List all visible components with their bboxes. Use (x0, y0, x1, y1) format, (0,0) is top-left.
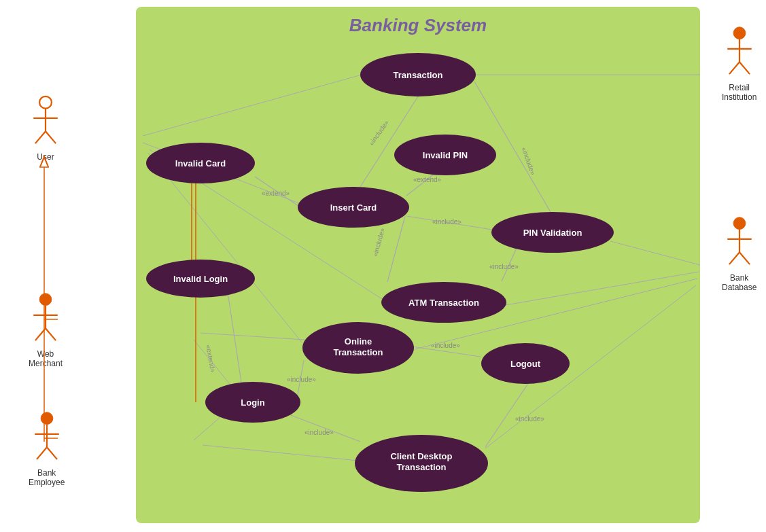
actor-user-label: User (37, 152, 54, 162)
svg-line-25 (143, 143, 300, 204)
svg-text:«include»: «include» (432, 218, 462, 226)
svg-text:Logout: Logout (510, 359, 541, 369)
svg-text:«include»: «include» (304, 429, 334, 436)
svg-text:«include»: «include» (520, 146, 537, 176)
diagram-title: Banking System (136, 7, 700, 36)
actor-user: User (29, 95, 63, 162)
svg-line-8 (474, 82, 551, 212)
svg-line-34 (502, 272, 699, 306)
svg-text:PIN Validation: PIN Validation (523, 228, 582, 238)
svg-text:«extend»: «extend» (262, 190, 290, 197)
svg-line-20 (289, 414, 360, 442)
actor-web-merchant-label: WebMerchant (29, 349, 63, 368)
svg-point-49 (491, 212, 614, 253)
svg-line-12 (387, 216, 405, 282)
svg-text:Login: Login (241, 397, 264, 408)
svg-line-83 (729, 62, 739, 74)
svg-text:Online: Online (345, 336, 372, 347)
svg-text:Client Desktop: Client Desktop (390, 451, 452, 461)
svg-line-89 (739, 252, 750, 264)
diagram-container: Banking System «include» «extend» «exten… (136, 7, 700, 523)
svg-line-22 (485, 383, 529, 447)
svg-text:ATM Transaction: ATM Transaction (408, 298, 479, 308)
svg-marker-38 (188, 160, 195, 169)
svg-point-47 (298, 187, 409, 228)
svg-point-55 (302, 322, 414, 374)
svg-text:«include»: «include» (431, 342, 460, 349)
svg-line-73 (35, 328, 46, 340)
svg-line-36 (485, 285, 696, 448)
svg-line-31 (203, 445, 358, 461)
svg-text:«include»: «include» (368, 118, 391, 147)
svg-point-45 (394, 135, 496, 175)
svg-text:Transaction: Transaction (397, 462, 447, 472)
svg-point-51 (146, 260, 255, 298)
svg-line-88 (729, 252, 739, 264)
actor-bank-employee-label: BankEmployee (29, 468, 65, 487)
svg-text:«include»: «include» (515, 415, 544, 423)
svg-point-43 (146, 143, 255, 183)
svg-line-69 (46, 131, 56, 143)
svg-text:«extend»: «extend» (413, 176, 442, 183)
svg-text:Invalid Login: Invalid Login (173, 274, 228, 284)
svg-line-14 (228, 292, 241, 383)
svg-line-0 (360, 96, 418, 187)
svg-line-26 (150, 149, 382, 299)
svg-text:Transaction: Transaction (334, 347, 383, 357)
svg-line-24 (143, 75, 362, 136)
svg-line-29 (201, 333, 304, 340)
svg-text:Insert Card: Insert Card (330, 202, 377, 213)
svg-line-35 (412, 279, 697, 350)
actor-web-merchant: WebMerchant (29, 292, 63, 368)
svg-line-18 (412, 347, 481, 357)
svg-line-78 (37, 447, 47, 459)
svg-line-28 (194, 340, 238, 394)
svg-point-80 (733, 27, 746, 39)
svg-point-53 (381, 282, 506, 323)
svg-point-75 (41, 412, 53, 425)
svg-line-74 (46, 328, 56, 340)
svg-marker-40 (192, 160, 199, 169)
actor-bank-database-label: BankDatabase (722, 273, 756, 292)
svg-point-60 (205, 382, 300, 423)
svg-line-16 (297, 360, 304, 398)
svg-line-79 (47, 447, 57, 459)
svg-line-2 (255, 177, 300, 207)
svg-text:«include»: «include» (371, 227, 386, 258)
svg-line-68 (35, 131, 46, 143)
svg-text:Transaction: Transaction (394, 70, 443, 80)
svg-point-70 (39, 294, 52, 306)
svg-point-41 (360, 53, 476, 96)
svg-line-84 (739, 62, 750, 74)
svg-point-62 (355, 435, 488, 492)
svg-text:«include»: «include» (287, 376, 316, 383)
svg-line-4 (406, 173, 435, 196)
svg-line-30 (194, 408, 231, 440)
svg-text:Invalid PIN: Invalid PIN (423, 150, 468, 160)
actor-retail-institution: RetailInstitution (722, 26, 756, 102)
svg-point-65 (39, 96, 52, 109)
svg-text:«extend»: «extend» (205, 344, 217, 373)
svg-point-58 (481, 343, 570, 384)
svg-line-10 (502, 248, 517, 281)
actor-bank-database: BankDatabase (722, 216, 756, 292)
svg-line-27 (148, 153, 302, 343)
actor-bank-employee: BankEmployee (29, 411, 65, 487)
svg-text:«include»: «include» (489, 263, 519, 270)
actor-retail-institution-label: RetailInstitution (722, 83, 756, 102)
svg-line-33 (610, 241, 700, 265)
svg-point-85 (733, 217, 746, 230)
svg-line-6 (406, 216, 492, 230)
svg-text:Invalid Card: Invalid Card (175, 158, 226, 169)
